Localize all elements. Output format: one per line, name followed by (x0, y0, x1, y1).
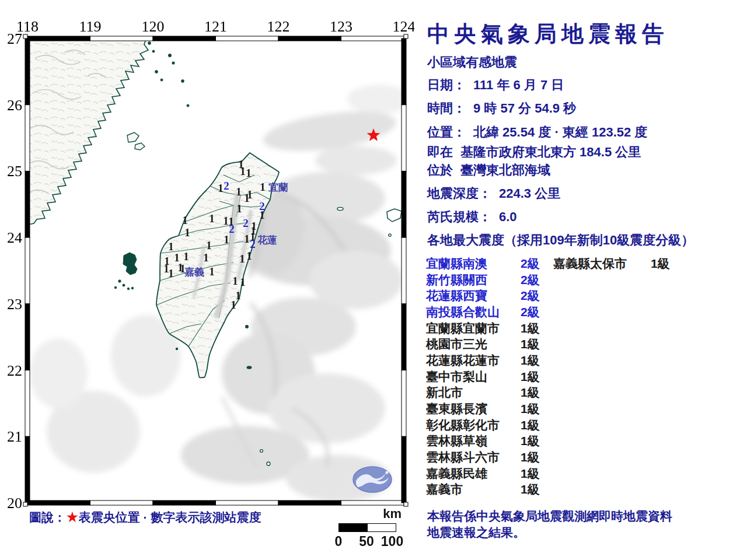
lon-tick-label: 119 (79, 18, 101, 35)
map-legend-text: 表震央位置 · 數字表示該測站震度 (79, 510, 261, 524)
position-line: 位置：北緯 25.54 度 · 東經 123.52 度 (427, 124, 647, 141)
intensity-row: 花蓮縣西寶2級 (426, 288, 551, 304)
intensity-row: 宜蘭縣宜蘭市1級 (426, 320, 551, 337)
date-line: 日期：111 年 6 月 7 日 (427, 76, 564, 94)
frame-band (27, 501, 90, 505)
lat-tick-label: 25 (7, 163, 22, 180)
cwb-logo (353, 467, 392, 492)
intensity-row: 嘉義縣太保市1級 (553, 256, 679, 272)
map-station-intensity: 2 (243, 217, 249, 229)
map-station-intensity: 1 (168, 267, 174, 279)
frame-band (278, 36, 341, 41)
map-station-intensity: 2 (250, 238, 256, 250)
map-place-label: 嘉義 (184, 267, 204, 278)
depth-value: 224.3 公里 (499, 186, 560, 201)
station-intensity: 1級 (521, 320, 540, 337)
frame-band (25, 370, 30, 437)
frame-band (402, 171, 406, 237)
map-station-intensity: 1 (184, 226, 190, 239)
magnitude-label: 芮氏規模： (427, 209, 491, 224)
map-station-intensity: 1 (244, 192, 250, 204)
station-name: 臺東縣長濱 (426, 401, 521, 417)
report-title: 中央氣象局地震報告 (427, 19, 669, 49)
station-intensity: 1級 (521, 352, 540, 369)
station-intensity: 1級 (521, 466, 540, 482)
frame-band (153, 501, 216, 505)
frame-band (402, 304, 406, 370)
map-station-intensity: 1 (224, 233, 229, 246)
scale-bar (338, 523, 396, 532)
frame-band (278, 501, 341, 505)
intensity-row: 嘉義市1級 (426, 482, 551, 498)
epicenter-map: 1181191201211221231242726252423222120111… (0, 0, 414, 560)
station-intensity: 1級 (651, 256, 670, 272)
lon-tick-label: 123 (330, 18, 352, 35)
frame-band (402, 237, 406, 304)
map-station-intensity: 1 (240, 276, 246, 288)
station-name: 桃園市三光 (426, 336, 521, 352)
map-station-intensity: 1 (183, 250, 189, 262)
intensity-column-2: 嘉義縣太保市1級 (553, 256, 679, 272)
map-station-intensity: 1 (218, 182, 224, 194)
map-station-intensity: 1 (206, 239, 212, 251)
map-station-intensity: 2 (229, 223, 235, 235)
frame-band (402, 436, 406, 503)
map-legend-prefix: 圖說： (29, 510, 66, 524)
frame-corner (404, 34, 408, 38)
station-intensity: 1級 (521, 401, 540, 417)
station-intensity: 2級 (521, 304, 540, 320)
frame-band (341, 501, 404, 505)
frame-band (27, 36, 90, 41)
station-intensity: 1級 (521, 384, 540, 401)
station-name: 新竹縣關西 (426, 272, 521, 288)
frame-band (216, 36, 279, 41)
map-station-intensity: 2 (224, 180, 229, 192)
frame-band (25, 237, 30, 304)
station-intensity: 2級 (521, 256, 540, 272)
map-station-intensity: 1 (209, 265, 215, 278)
station-name: 嘉義市 (426, 481, 521, 498)
intensity-column-1: 宜蘭縣南澳2級新竹縣關西2級花蓮縣西寶2級南投縣合歡山2級宜蘭縣宜蘭市1級桃園市… (426, 256, 551, 498)
position-value: 北緯 25.54 度 · 東經 123.52 度 (473, 125, 647, 139)
position-label: 位置： (427, 125, 466, 139)
station-intensity: 2級 (521, 288, 540, 304)
station-name: 南投縣合歡山 (426, 304, 521, 320)
magnitude-value: 6.0 (499, 209, 517, 224)
frame-corner (23, 34, 27, 38)
lat-tick-label: 24 (7, 229, 22, 246)
station-name: 新北市 (426, 384, 521, 401)
station-name: 臺中市梨山 (426, 369, 521, 385)
depth-line: 地震深度：224.3 公里 (427, 185, 560, 202)
depth-label: 地震深度： (427, 186, 491, 201)
map-station-intensity: 1 (231, 299, 236, 311)
map-place-label: 宜蘭 (268, 182, 288, 193)
intensity-row: 南投縣合歡山2級 (426, 304, 551, 320)
intensity-heading: 各地最大震度（採用109年新制10級震度分級） (427, 232, 694, 249)
map-station-intensity: 1 (182, 214, 188, 226)
frame-band (402, 38, 406, 105)
station-name: 宜蘭縣南澳 (426, 256, 521, 272)
intensity-row: 彰化縣彰化市1級 (426, 417, 551, 433)
station-intensity: 1級 (521, 336, 540, 352)
station-name: 雲林縣草嶺 (426, 433, 521, 449)
intensity-row: 雲林縣草嶺1級 (426, 433, 551, 450)
frame-band (341, 36, 404, 41)
map-geography (25, 36, 411, 503)
map-station-intensity: 1 (209, 212, 215, 225)
intensity-row: 桃園市三光1級 (426, 336, 551, 352)
lat-tick-label: 22 (7, 362, 22, 379)
magnitude-line: 芮氏規模：6.0 (427, 208, 517, 226)
intensity-row: 嘉義縣民雄1級 (426, 466, 551, 482)
frame-band (25, 105, 30, 172)
footer-note-line2: 地震速報之結果。 (427, 524, 525, 541)
frame-band (25, 171, 30, 237)
map-station-intensity: 1 (203, 251, 209, 264)
frame-corner (23, 502, 27, 506)
relative-value: 基隆市政府東北東方 184.5 公里 (460, 145, 641, 159)
station-name: 嘉義縣民雄 (426, 466, 521, 482)
lat-tick-label: 21 (7, 428, 22, 445)
station-name: 宜蘭縣宜蘭市 (426, 320, 521, 337)
map-station-intensity: 1 (240, 165, 246, 177)
event-type: 小區域有感地震 (427, 54, 517, 71)
intensity-row: 花蓮縣花蓮市1級 (426, 352, 551, 369)
